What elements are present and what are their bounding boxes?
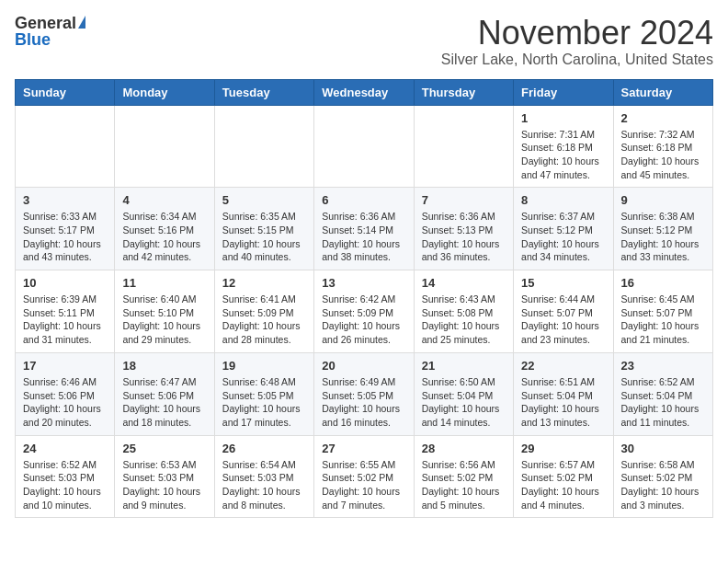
calendar-table: SundayMondayTuesdayWednesdayThursdayFrid…: [15, 79, 713, 519]
calendar-cell: [314, 105, 414, 188]
day-info: Sunrise: 6:38 AM Sunset: 5:12 PM Dayligh…: [621, 210, 705, 264]
day-number: 27: [322, 442, 405, 455]
calendar-cell: 9Sunrise: 6:38 AM Sunset: 5:12 PM Daylig…: [613, 188, 712, 270]
day-number: 19: [222, 359, 306, 373]
day-info: Sunrise: 6:55 AM Sunset: 5:02 PM Dayligh…: [322, 458, 405, 512]
day-info: Sunrise: 6:41 AM Sunset: 5:09 PM Dayligh…: [222, 293, 306, 347]
day-info: Sunrise: 6:53 AM Sunset: 5:03 PM Dayligh…: [122, 458, 206, 512]
logo-general-text: General: [15, 15, 76, 31]
calendar-cell: 19Sunrise: 6:48 AM Sunset: 5:05 PM Dayli…: [214, 352, 313, 435]
day-number: 8: [521, 193, 605, 207]
weekday-header-sunday: Sunday: [16, 79, 115, 105]
calendar-cell: 20Sunrise: 6:49 AM Sunset: 5:05 PM Dayli…: [314, 352, 414, 435]
logo-triangle-icon: [78, 16, 85, 29]
day-number: 10: [23, 276, 107, 290]
day-number: 25: [122, 442, 206, 455]
logo: General Blue: [15, 15, 85, 48]
day-info: Sunrise: 6:44 AM Sunset: 5:07 PM Dayligh…: [521, 293, 605, 347]
week-row-2: 3Sunrise: 6:33 AM Sunset: 5:17 PM Daylig…: [16, 188, 713, 270]
day-number: 12: [222, 276, 306, 290]
calendar-cell: 30Sunrise: 6:58 AM Sunset: 5:02 PM Dayli…: [613, 435, 712, 518]
calendar-cell: 13Sunrise: 6:42 AM Sunset: 5:09 PM Dayli…: [314, 270, 414, 353]
location-subtitle: Silver Lake, North Carolina, United Stat…: [441, 52, 713, 68]
calendar-cell: 2Sunrise: 7:32 AM Sunset: 6:18 PM Daylig…: [613, 105, 712, 188]
calendar-cell: 21Sunrise: 6:50 AM Sunset: 5:04 PM Dayli…: [414, 352, 513, 435]
weekday-header-row: SundayMondayTuesdayWednesdayThursdayFrid…: [16, 79, 713, 105]
day-number: 1: [521, 111, 605, 125]
calendar-cell: 7Sunrise: 6:36 AM Sunset: 5:13 PM Daylig…: [414, 188, 513, 270]
calendar-cell: 25Sunrise: 6:53 AM Sunset: 5:03 PM Dayli…: [115, 435, 214, 518]
week-row-1: 1Sunrise: 7:31 AM Sunset: 6:18 PM Daylig…: [16, 105, 713, 188]
week-row-5: 24Sunrise: 6:52 AM Sunset: 5:03 PM Dayli…: [16, 435, 713, 518]
day-info: Sunrise: 7:32 AM Sunset: 6:18 PM Dayligh…: [621, 128, 705, 182]
day-number: 18: [122, 359, 206, 373]
calendar-cell: 10Sunrise: 6:39 AM Sunset: 5:11 PM Dayli…: [16, 270, 115, 353]
week-row-3: 10Sunrise: 6:39 AM Sunset: 5:11 PM Dayli…: [16, 270, 713, 353]
day-info: Sunrise: 6:50 AM Sunset: 5:04 PM Dayligh…: [422, 375, 506, 430]
day-info: Sunrise: 6:34 AM Sunset: 5:16 PM Dayligh…: [122, 210, 206, 264]
calendar-cell: 27Sunrise: 6:55 AM Sunset: 5:02 PM Dayli…: [314, 435, 414, 518]
day-number: 20: [322, 359, 405, 373]
day-number: 16: [621, 276, 705, 290]
day-info: Sunrise: 7:31 AM Sunset: 6:18 PM Dayligh…: [521, 128, 605, 182]
day-info: Sunrise: 6:58 AM Sunset: 5:02 PM Dayligh…: [621, 458, 705, 512]
day-number: 15: [521, 276, 605, 290]
day-number: 29: [521, 442, 605, 455]
weekday-header-thursday: Thursday: [414, 79, 513, 105]
day-number: 22: [521, 359, 605, 373]
day-number: 6: [322, 193, 405, 207]
logo-blue-text: Blue: [15, 31, 51, 48]
calendar-cell: 24Sunrise: 6:52 AM Sunset: 5:03 PM Dayli…: [16, 435, 115, 518]
calendar-cell: [115, 105, 214, 188]
day-info: Sunrise: 6:52 AM Sunset: 5:03 PM Dayligh…: [23, 458, 107, 512]
day-info: Sunrise: 6:40 AM Sunset: 5:10 PM Dayligh…: [122, 293, 206, 347]
day-info: Sunrise: 6:46 AM Sunset: 5:06 PM Dayligh…: [23, 375, 107, 430]
day-info: Sunrise: 6:51 AM Sunset: 5:04 PM Dayligh…: [521, 375, 605, 430]
calendar-cell: 6Sunrise: 6:36 AM Sunset: 5:14 PM Daylig…: [314, 188, 414, 270]
day-info: Sunrise: 6:57 AM Sunset: 5:02 PM Dayligh…: [521, 458, 605, 512]
day-number: 2: [621, 111, 705, 125]
day-info: Sunrise: 6:47 AM Sunset: 5:06 PM Dayligh…: [122, 375, 206, 430]
day-info: Sunrise: 6:39 AM Sunset: 5:11 PM Dayligh…: [23, 293, 107, 347]
day-info: Sunrise: 6:36 AM Sunset: 5:14 PM Dayligh…: [322, 210, 405, 264]
calendar-cell: 15Sunrise: 6:44 AM Sunset: 5:07 PM Dayli…: [514, 270, 613, 353]
calendar-cell: 17Sunrise: 6:46 AM Sunset: 5:06 PM Dayli…: [16, 352, 115, 435]
day-number: 14: [422, 276, 506, 290]
day-info: Sunrise: 6:48 AM Sunset: 5:05 PM Dayligh…: [222, 375, 306, 430]
calendar-cell: 18Sunrise: 6:47 AM Sunset: 5:06 PM Dayli…: [115, 352, 214, 435]
day-number: 7: [422, 193, 506, 207]
weekday-header-saturday: Saturday: [613, 79, 712, 105]
title-block: November 2024 Silver Lake, North Carolin…: [441, 15, 713, 68]
day-info: Sunrise: 6:54 AM Sunset: 5:03 PM Dayligh…: [222, 458, 306, 512]
day-number: 23: [621, 359, 705, 373]
calendar-cell: 23Sunrise: 6:52 AM Sunset: 5:04 PM Dayli…: [613, 352, 712, 435]
calendar-cell: [16, 105, 115, 188]
calendar-cell: 4Sunrise: 6:34 AM Sunset: 5:16 PM Daylig…: [115, 188, 214, 270]
calendar-cell: 1Sunrise: 7:31 AM Sunset: 6:18 PM Daylig…: [514, 105, 613, 188]
day-info: Sunrise: 6:45 AM Sunset: 5:07 PM Dayligh…: [621, 293, 705, 347]
day-info: Sunrise: 6:43 AM Sunset: 5:08 PM Dayligh…: [422, 293, 506, 347]
day-info: Sunrise: 6:37 AM Sunset: 5:12 PM Dayligh…: [521, 210, 605, 264]
day-number: 17: [23, 359, 107, 373]
calendar-cell: 14Sunrise: 6:43 AM Sunset: 5:08 PM Dayli…: [414, 270, 513, 353]
weekday-header-friday: Friday: [514, 79, 613, 105]
day-number: 11: [122, 276, 206, 290]
day-number: 30: [621, 442, 705, 455]
calendar-cell: 5Sunrise: 6:35 AM Sunset: 5:15 PM Daylig…: [214, 188, 313, 270]
calendar-cell: 29Sunrise: 6:57 AM Sunset: 5:02 PM Dayli…: [514, 435, 613, 518]
calendar-cell: 11Sunrise: 6:40 AM Sunset: 5:10 PM Dayli…: [115, 270, 214, 353]
calendar-cell: 3Sunrise: 6:33 AM Sunset: 5:17 PM Daylig…: [16, 188, 115, 270]
day-info: Sunrise: 6:56 AM Sunset: 5:02 PM Dayligh…: [422, 458, 506, 512]
week-row-4: 17Sunrise: 6:46 AM Sunset: 5:06 PM Dayli…: [16, 352, 713, 435]
month-title: November 2024: [441, 15, 713, 52]
day-number: 26: [222, 442, 306, 455]
day-info: Sunrise: 6:42 AM Sunset: 5:09 PM Dayligh…: [322, 293, 405, 347]
weekday-header-wednesday: Wednesday: [314, 79, 414, 105]
day-number: 4: [122, 193, 206, 207]
day-info: Sunrise: 6:35 AM Sunset: 5:15 PM Dayligh…: [222, 210, 306, 264]
day-info: Sunrise: 6:49 AM Sunset: 5:05 PM Dayligh…: [322, 375, 405, 430]
calendar-cell: 16Sunrise: 6:45 AM Sunset: 5:07 PM Dayli…: [613, 270, 712, 353]
calendar-cell: 22Sunrise: 6:51 AM Sunset: 5:04 PM Dayli…: [514, 352, 613, 435]
day-number: 28: [422, 442, 506, 455]
calendar-cell: 8Sunrise: 6:37 AM Sunset: 5:12 PM Daylig…: [514, 188, 613, 270]
